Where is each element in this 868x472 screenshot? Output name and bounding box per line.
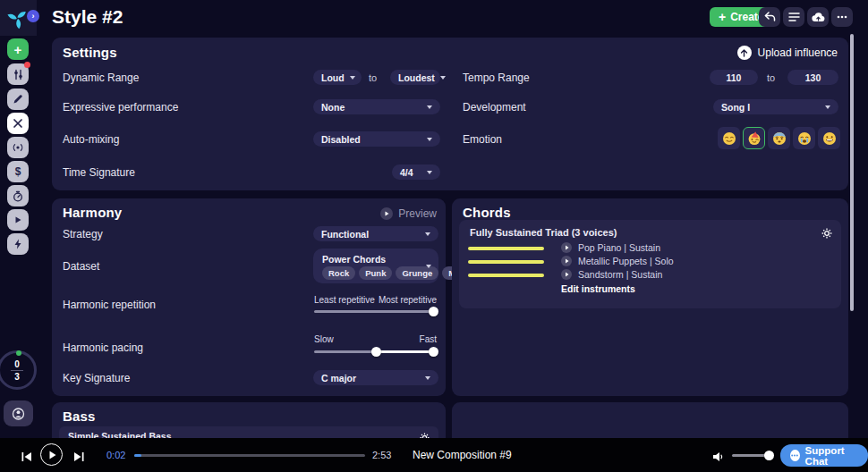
harmonic-repetition-label: Harmonic repetition: [63, 299, 156, 311]
pacing-slider[interactable]: [314, 350, 437, 353]
sidebar-item-create[interactable]: +: [7, 38, 29, 60]
settings-panel: Settings Upload influence Dynamic Range …: [52, 38, 848, 190]
emotion-option-crying[interactable]: [793, 127, 815, 149]
chat-bubble-icon: [790, 450, 800, 461]
time-signature-label: Time Signature: [63, 166, 135, 179]
dataset-tag: Rock: [322, 266, 355, 280]
dollar-icon: $: [15, 166, 21, 177]
repetition-slider[interactable]: [314, 310, 437, 313]
instrument-play-icon[interactable]: [561, 242, 572, 253]
play-square-icon: [13, 215, 22, 224]
dynamic-range-from-value: Loud: [321, 72, 345, 83]
sidebar-item-edit[interactable]: [7, 88, 29, 110]
sidebar-item-pricing[interactable]: $: [7, 161, 29, 182]
dynamic-range-from-select[interactable]: Loud: [313, 70, 362, 85]
support-chat-button[interactable]: Support Chat: [780, 444, 868, 467]
sidebar-item-history[interactable]: [7, 185, 29, 206]
pacing-max-label: Fast: [420, 334, 437, 344]
tempo-to-input[interactable]: 130: [787, 70, 838, 85]
app-window: › + $ 0 3: [0, 0, 868, 472]
instrument-play-icon[interactable]: [561, 269, 572, 280]
undo-button[interactable]: [759, 7, 780, 27]
key-signature-label: Key Signature: [63, 372, 130, 384]
upload-button[interactable]: [807, 7, 829, 27]
credits-total: 3: [14, 372, 20, 382]
chord-bar: [468, 247, 544, 250]
chords-settings-button[interactable]: [821, 226, 832, 242]
broadcast-icon: [12, 142, 24, 153]
player-bar: 0:02 2:53 New Composition #9 Support Cha…: [0, 438, 868, 472]
sidebar-item-broadcast[interactable]: [7, 137, 29, 158]
sidebar-item-quick-actions[interactable]: [7, 233, 29, 255]
next-track-button[interactable]: [73, 450, 84, 466]
sidebar: › + $ 0 3: [0, 0, 36, 438]
skip-forward-icon: [73, 451, 84, 462]
seek-bar[interactable]: [134, 454, 365, 457]
gear-icon: [821, 228, 832, 239]
dynamic-range-to-select[interactable]: Loudest: [390, 70, 440, 85]
plus-icon: +: [14, 43, 22, 56]
track-title: New Composition #9: [413, 449, 512, 461]
duration-time: 2:53: [372, 450, 391, 460]
more-button[interactable]: [831, 7, 853, 27]
queue-button[interactable]: [783, 7, 804, 27]
chords-card-title: Fully Sustained Triad (3 voices): [470, 227, 617, 238]
tempo-from-input[interactable]: 110: [710, 70, 758, 85]
harmony-heading: Harmony: [63, 205, 122, 220]
emotion-option-anxious[interactable]: [768, 127, 790, 149]
logo-cell: ›: [0, 0, 37, 36]
sidebar-item-compositions[interactable]: [7, 63, 29, 85]
skip-back-icon: [21, 451, 32, 462]
play-button[interactable]: [40, 443, 63, 466]
volume-button[interactable]: [712, 450, 726, 466]
instrument-row: Pop Piano | Sustain: [561, 242, 660, 253]
dataset-select[interactable]: Power Chords Rock Punk Grunge Metal: [313, 249, 438, 283]
chevron-down-icon: [427, 171, 432, 174]
emotion-option-partying[interactable]: [743, 127, 765, 149]
development-select[interactable]: Song I: [713, 99, 838, 114]
partying-face-emoji-icon: [747, 131, 762, 146]
expressive-select[interactable]: None: [313, 99, 440, 114]
pencil-icon: [13, 94, 23, 105]
profile-button[interactable]: [4, 400, 33, 426]
key-signature-value: C major: [321, 373, 356, 384]
sidebar-expand-button[interactable]: ›: [27, 10, 39, 22]
sidebar-item-player[interactable]: [7, 209, 29, 231]
emotion-option-relieved[interactable]: [718, 127, 740, 149]
emotion-option-grinning[interactable]: [818, 127, 840, 149]
tempo-range-label: Tempo Range: [463, 72, 530, 84]
dynamic-range-to-value: Loudest: [398, 72, 435, 83]
bass-heading: Bass: [63, 409, 96, 424]
instrument-play-icon[interactable]: [561, 256, 572, 266]
strategy-value: Functional: [321, 229, 369, 240]
volume-icon: [712, 451, 726, 462]
emotion-label: Emotion: [463, 133, 502, 146]
crossed-arrows-icon: [13, 118, 23, 129]
stopwatch-icon: [13, 190, 23, 202]
aiva-logo-icon: [5, 6, 30, 30]
upload-influence-button[interactable]: Upload influence: [737, 46, 838, 60]
support-chat-label: Support Chat: [805, 445, 858, 467]
repetition-slider-handle[interactable]: [429, 307, 438, 316]
strategy-select[interactable]: Functional: [313, 226, 438, 241]
pacing-slider-high-handle[interactable]: [429, 347, 438, 357]
dynamic-range-to-word: to: [369, 72, 377, 83]
upload-influence-label: Upload influence: [758, 46, 838, 59]
volume-slider-handle[interactable]: [764, 451, 774, 460]
auto-mixing-select[interactable]: Disabled: [313, 131, 440, 147]
edit-instruments-link[interactable]: Edit instruments: [561, 283, 635, 294]
harmony-preview-button[interactable]: Preview: [380, 207, 437, 220]
key-signature-select[interactable]: C major: [313, 370, 438, 385]
sidebar-item-styles[interactable]: [7, 113, 29, 134]
upload-arrow-icon: [737, 46, 752, 60]
pacing-slider-low-handle[interactable]: [371, 347, 381, 357]
time-signature-select[interactable]: 4/4: [392, 164, 440, 180]
repetition-max-label: Most repetitive: [379, 295, 437, 305]
user-icon: [12, 408, 25, 420]
scrollbar[interactable]: [850, 34, 854, 311]
chords-card: Fully Sustained Triad (3 voices) Pop Pia…: [459, 220, 841, 308]
strategy-label: Strategy: [63, 228, 103, 240]
previous-track-button[interactable]: [21, 450, 32, 466]
volume-slider[interactable]: [732, 454, 771, 457]
time-signature-value: 4/4: [400, 167, 413, 178]
